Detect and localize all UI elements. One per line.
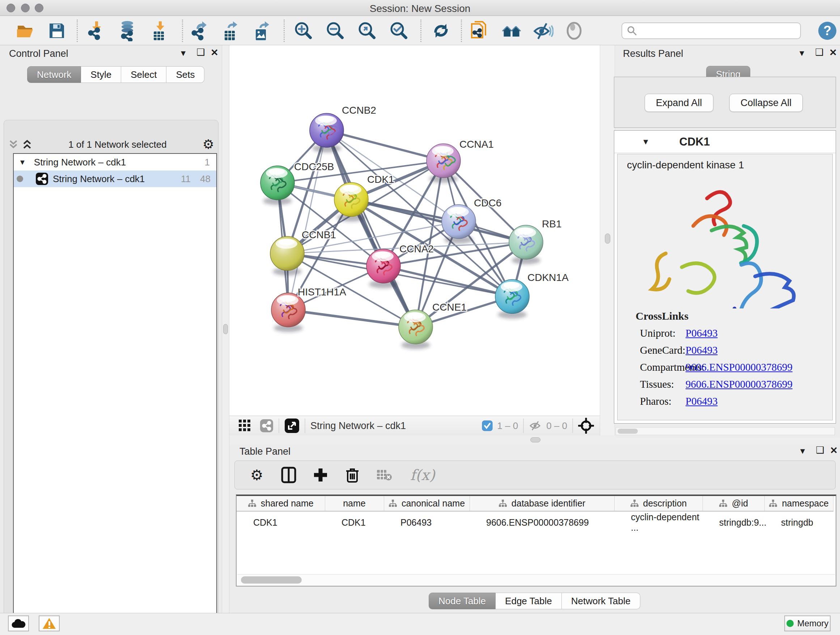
column-header--id[interactable]: @id — [703, 496, 764, 511]
string-panel-icon[interactable] — [260, 419, 273, 432]
memory-button[interactable]: Memory — [784, 616, 831, 631]
zoom-fit-button[interactable] — [357, 20, 378, 41]
import-table-button[interactable] — [150, 20, 171, 41]
expand-all-button[interactable]: Expand All — [645, 94, 714, 112]
tab-network-table[interactable]: Network Table — [562, 593, 640, 609]
network-node-CCNA1[interactable] — [426, 144, 461, 183]
network-node-CCNB2[interactable] — [309, 113, 344, 152]
table-cell[interactable]: stringdb — [764, 511, 833, 533]
network-collection-row[interactable]: ▼ String Network – cdk1 1 — [14, 154, 216, 171]
collection-expand-arrow-icon[interactable]: ▼ — [19, 158, 26, 166]
help-button[interactable]: ? — [817, 20, 838, 41]
float-panel-icon[interactable]: ▾ — [800, 446, 805, 455]
table-row[interactable]: CDK1CDK1P064939606.ENSP00000378699cyclin… — [237, 511, 833, 533]
cloud-status-button[interactable] — [8, 616, 29, 631]
close-panel-icon[interactable]: ✕ — [829, 48, 837, 57]
splitter-handle[interactable] — [531, 437, 540, 442]
selected-checkbox-icon[interactable] — [482, 420, 493, 431]
warning-status-button[interactable] — [39, 616, 60, 631]
results-scrollbar[interactable] — [616, 427, 835, 435]
node-table-body[interactable]: CDK1CDK1P064939606.ENSP00000378699cyclin… — [237, 511, 833, 533]
network-node-CCNB1[interactable] — [270, 236, 304, 276]
zoom-out-button[interactable] — [325, 20, 346, 41]
close-panel-icon[interactable]: ✕ — [830, 446, 838, 455]
tab-select[interactable]: Select — [121, 66, 166, 83]
column-header-canonical-name[interactable]: canonical name — [384, 496, 470, 511]
birds-eye-grid-icon[interactable] — [239, 420, 251, 432]
network-canvas[interactable]: CCNB2CCNA1CDC25BCDK1CDC6RB1CCNB1CCNA2CDK… — [229, 45, 600, 416]
collapse-entry-arrow-icon[interactable]: ▼ — [642, 137, 650, 147]
save-session-button[interactable] — [46, 20, 67, 41]
hide-glass-button[interactable] — [532, 20, 554, 41]
node-table-grid[interactable]: shared namenamecanonical namedatabase id… — [237, 496, 834, 533]
network-node-CCNA2[interactable] — [366, 249, 401, 288]
open-session-button[interactable] — [15, 20, 36, 41]
table-cell[interactable]: stringdb:9... — [703, 511, 764, 533]
show-glass-button[interactable] — [564, 20, 584, 41]
tab-node-table[interactable]: Node Table — [429, 593, 496, 609]
export-table-button[interactable] — [221, 20, 242, 41]
scrollbar-thumb[interactable] — [617, 429, 638, 434]
column-header-namespace[interactable]: namespace — [764, 496, 833, 511]
splitter-handle[interactable] — [223, 324, 228, 334]
network-node-CDK1[interactable] — [334, 182, 368, 222]
tab-edge-table[interactable]: Edge Table — [496, 593, 562, 609]
network-node-CDKN1A[interactable] — [495, 279, 529, 318]
network-options-gear-icon[interactable]: ⚙ — [202, 137, 214, 152]
crosslink-link[interactable]: 9606.ENSP00000378699 — [685, 361, 793, 373]
network-node-HIST1H1A[interactable] — [271, 293, 305, 332]
float-panel-icon[interactable]: ▾ — [799, 48, 804, 57]
node-table-header[interactable]: shared namenamecanonical namedatabase id… — [237, 496, 833, 511]
network-edge-HIST1H1A-CCNE1[interactable] — [288, 310, 416, 327]
expand-all-icon[interactable] — [22, 139, 33, 150]
maximize-panel-icon[interactable]: ❑ — [815, 48, 823, 57]
refresh-view-button[interactable] — [431, 20, 452, 41]
tab-sets[interactable]: Sets — [166, 66, 204, 83]
results-entry-header[interactable]: ▼ CDK1 — [614, 131, 836, 153]
table-cell[interactable]: CDK1 — [237, 511, 325, 533]
table-options-button[interactable]: ⚙ — [247, 465, 267, 485]
right-splitter[interactable] — [600, 45, 615, 438]
table-cell[interactable]: 9606.ENSP00000378699 — [470, 511, 614, 533]
search-input[interactable] — [638, 25, 793, 37]
maximize-panel-icon[interactable]: ❑ — [196, 48, 205, 57]
network-node-CCNE1[interactable] — [399, 310, 433, 349]
import-network-database-button[interactable] — [118, 20, 139, 41]
column-header-description[interactable]: description — [614, 496, 703, 511]
network-node-CDC6[interactable] — [442, 204, 476, 244]
show-columns-button[interactable] — [279, 465, 298, 485]
export-image-button[interactable] — [252, 20, 273, 41]
tab-style[interactable]: Style — [81, 66, 121, 83]
network-node-RB1[interactable] — [509, 225, 543, 264]
column-header-shared-name[interactable]: shared name — [237, 496, 325, 511]
import-network-file-button[interactable] — [86, 20, 107, 41]
zoom-in-button[interactable] — [293, 20, 314, 41]
crosslink-link[interactable]: P06493 — [685, 327, 718, 339]
left-splitter[interactable] — [222, 45, 229, 613]
column-header-database-identifier[interactable]: database identifier — [470, 496, 614, 511]
close-panel-icon[interactable]: ✕ — [210, 48, 218, 57]
zoom-selected-button[interactable] — [388, 20, 409, 41]
network-node-CDC25B[interactable] — [261, 166, 294, 205]
column-header-name[interactable]: name — [325, 496, 384, 511]
add-column-button[interactable] — [311, 465, 330, 485]
string-home-button[interactable] — [501, 20, 522, 41]
table-cell[interactable]: CDK1 — [325, 511, 384, 533]
string-import-button[interactable] — [469, 20, 490, 41]
table-cell[interactable]: P06493 — [384, 511, 470, 533]
export-network-button[interactable] — [189, 20, 210, 41]
splitter-handle[interactable] — [605, 233, 610, 244]
table-cell[interactable]: cyclin-dependent ... — [614, 511, 703, 533]
fit-content-crosshair-icon[interactable] — [578, 418, 594, 434]
network-edge-CCNB2-HIST1H1A[interactable] — [288, 130, 327, 310]
open-in-window-icon[interactable] — [284, 418, 300, 433]
crosslink-link[interactable]: 9606.ENSP00000378699 — [685, 378, 793, 390]
network-row-selected[interactable]: String Network – cdk1 11 48 — [14, 171, 216, 187]
collapse-all-button[interactable]: Collapse All — [729, 94, 803, 112]
maximize-panel-icon[interactable]: ❑ — [816, 445, 824, 455]
collapse-all-icon[interactable] — [8, 139, 19, 150]
crosslink-link[interactable]: P06493 — [685, 344, 718, 356]
delete-column-button[interactable] — [343, 465, 362, 485]
float-panel-icon[interactable]: ▾ — [181, 48, 186, 57]
scrollbar-thumb[interactable] — [241, 576, 302, 584]
